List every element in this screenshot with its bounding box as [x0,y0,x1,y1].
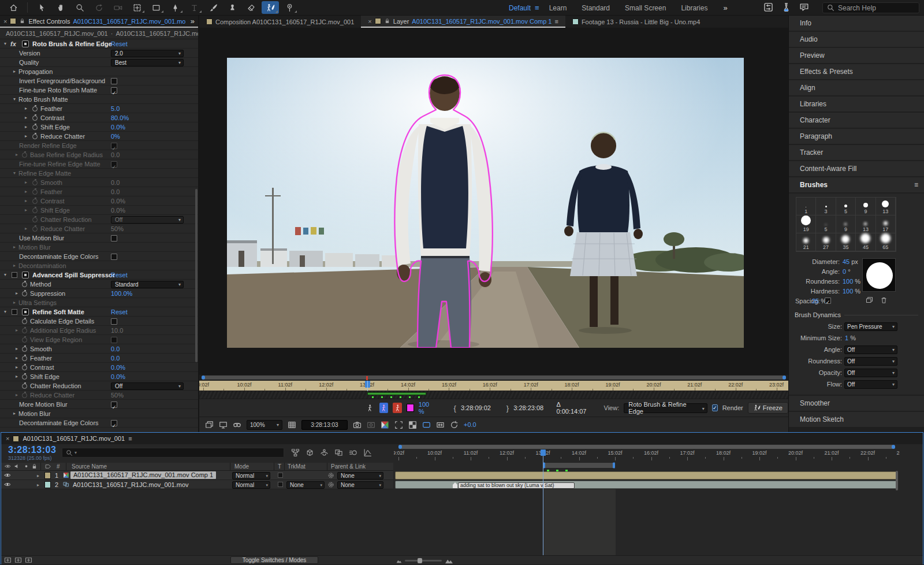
twirl-icon[interactable]: ▸ [23,187,29,196]
layer-label-chip[interactable] [44,481,51,488]
twirl-icon[interactable]: ▸ [14,326,20,335]
stopwatch-icon[interactable] [22,347,27,352]
param-value[interactable]: 0.0 [111,354,120,363]
param-dropdown[interactable]: Off▾ [111,216,184,224]
t-toggle[interactable] [278,473,283,478]
motion-blur-icon[interactable] [349,448,357,457]
panel-overflow-icon[interactable]: » [191,17,195,25]
fx-badge[interactable]: fx [10,39,16,49]
twirl-icon[interactable]: ▸ [14,372,20,381]
brush-preset[interactable]: 27 [816,233,836,251]
brush-setting-value[interactable]: 25 [812,298,819,304]
tool-zoom[interactable] [71,1,88,14]
twirl-icon[interactable]: ▾ [2,270,8,280]
param-value[interactable]: 50% [111,224,124,233]
panel-smoother[interactable]: Smoother [789,396,924,411]
group-label[interactable]: Decontamination [18,261,66,270]
render-checkbox[interactable]: ✓ [712,404,718,411]
stopwatch-icon[interactable] [32,226,38,232]
stopwatch-icon[interactable] [32,134,38,139]
twirl-icon[interactable]: ▾ [2,307,8,317]
group-label[interactable]: Ultra Settings [18,298,57,307]
toggle-alpha-boundary-icon[interactable] [379,403,389,413]
draft-3d-icon[interactable] [305,448,314,457]
tool-camera[interactable] [109,1,126,14]
twirl-icon[interactable]: ▸ [12,67,17,76]
twirl-icon[interactable]: ▸ [23,132,29,141]
brush-preset[interactable]: 5 [836,198,856,215]
layer-visibility-toggle[interactable] [4,481,11,488]
param-value[interactable]: 0.0 [111,344,120,354]
layer-row[interactable]: ▸2A010C131_160517_R1JC.mov_001.movNormal… [1,480,393,489]
panel-align[interactable]: Align [789,80,924,95]
tool-type[interactable] [185,1,203,14]
reset-link[interactable]: Reset [111,307,128,317]
twirl-icon[interactable]: ▸ [23,206,29,215]
timeline-search-box[interactable]: ▾ [62,448,284,458]
stopwatch-icon[interactable] [22,291,27,296]
timeline-track-area[interactable]: 9:02f10:02f11:02f12:02f13:02f14:02f15:02… [394,444,900,564]
tool-rotate[interactable] [90,1,107,14]
twirl-icon[interactable]: ▸ [14,391,20,400]
brush-preset[interactable]: 65 [876,233,896,251]
tool-rectangle[interactable] [147,1,165,14]
group-label[interactable]: Propagation [18,67,53,76]
grid-guides-icon[interactable] [288,421,296,429]
stopwatch-icon[interactable] [22,365,27,370]
breadcrumb-comp[interactable]: A010C131_160517_R1JC.mov_001 [6,30,108,37]
stopwatch-icon[interactable] [32,208,38,213]
effect-controls-tab[interactable]: × Effect Controls A010C131_160517_R1JC.m… [0,16,198,28]
stopwatch-icon[interactable] [22,328,27,333]
panel-menu-icon[interactable]: ≡ [554,18,558,25]
layer-mode-dropdown[interactable]: Normal▾ [232,481,270,489]
in-point-time[interactable]: 3:28:09:02 [461,404,491,411]
twirl-icon[interactable]: ▸ [14,363,20,372]
layer-name[interactable]: A010C131_160517_R1JC.mov_001.mov [73,481,189,489]
layer-duration-bar[interactable]: adding sat to blown out sky (Luma v Sat) [395,481,898,489]
tool-puppet-pin[interactable] [281,1,298,14]
zoom-out-mountain-icon[interactable] [396,558,402,564]
layer-expand-twirl[interactable]: ▸ [37,481,39,488]
group-label[interactable]: Roto Brush Matte [18,95,68,104]
dynamics-dropdown[interactable]: Pen Pressure▾ [844,322,897,331]
freeze-button[interactable]: Freeze [748,402,788,414]
stopwatch-icon[interactable] [32,217,38,222]
layer-parent-dropdown[interactable]: None▾ [337,481,383,489]
layer-mode-dropdown[interactable]: Normal▾ [232,472,270,479]
parent-link-column[interactable]: Parent & Link [331,463,366,470]
brush-preset[interactable]: 9 [856,198,875,215]
viewer-playhead[interactable] [365,381,370,388]
property-checkbox[interactable] [111,420,117,426]
new-brush-icon[interactable] [866,296,873,304]
param-value[interactable]: 0% [111,132,120,141]
layer-duration-bar[interactable] [395,471,898,479]
video-frame[interactable] [227,58,744,348]
param-value[interactable]: 0.0 [111,178,120,187]
brush-preset[interactable]: 5 [816,215,836,233]
twirl-icon[interactable]: ▸ [14,354,20,363]
stopwatch-icon[interactable] [22,374,27,380]
workspace-menu-icon[interactable]: ≡ [535,3,539,12]
work-area-bar[interactable] [398,445,895,449]
param-value[interactable]: 0.0% [111,206,125,215]
tool-pan-behind[interactable] [128,1,146,14]
param-value[interactable]: 100.0% [111,289,132,298]
param-value[interactable]: 0.0% [111,122,125,132]
timeline-zoom-slider[interactable] [396,556,453,565]
stopwatch-icon[interactable] [22,356,27,361]
param-value[interactable]: 0.0% [111,196,125,206]
out-point-time[interactable]: 3:28:23:08 [513,404,543,411]
roto-freeze-span[interactable] [543,462,615,469]
current-time-display[interactable]: 3:28:13:03 [8,445,56,455]
trkmat-column[interactable]: TrkMat [288,463,305,470]
panel-motion-sketch[interactable]: Motion Sketch [789,412,924,427]
stopwatch-icon[interactable] [32,106,38,111]
region-of-interest-icon[interactable] [394,421,403,429]
brush-preset[interactable]: 1 [796,198,816,215]
stopwatch-icon[interactable] [22,153,27,158]
expand-transfer-controls-icon[interactable] [14,556,22,564]
graph-editor-icon[interactable] [363,448,372,457]
toggle-alpha-overlay-icon[interactable] [393,403,402,413]
stopwatch-icon[interactable] [32,116,38,121]
close-icon[interactable]: × [368,18,371,25]
